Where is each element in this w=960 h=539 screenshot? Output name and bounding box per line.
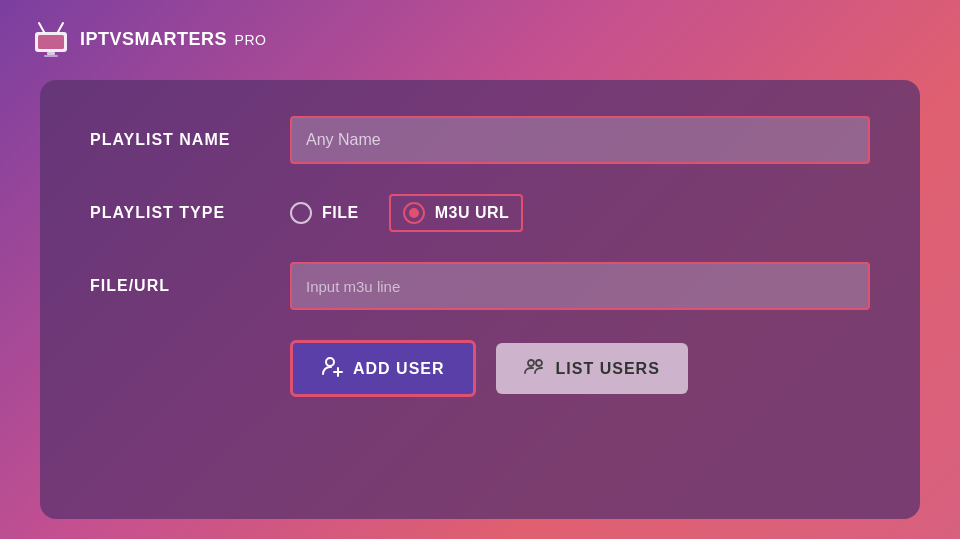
form-card: PLAYLIST NAME PLAYLIST TYPE FILE M3U URL…	[40, 80, 920, 519]
add-user-button[interactable]: ADD USER	[290, 340, 476, 397]
svg-rect-4	[47, 52, 55, 55]
file-radio-option[interactable]: FILE	[290, 202, 359, 224]
list-users-icon	[524, 355, 546, 382]
svg-line-3	[58, 23, 63, 32]
file-url-label: FILE/URL	[90, 277, 290, 295]
add-user-icon	[321, 355, 343, 382]
add-user-label: ADD USER	[353, 360, 445, 378]
m3u-radio-circle	[403, 202, 425, 224]
file-url-row: FILE/URL	[90, 262, 870, 310]
iptv-logo-icon	[30, 18, 72, 60]
file-radio-circle	[290, 202, 312, 224]
svg-point-6	[326, 358, 334, 366]
m3u-radio-inner	[409, 208, 419, 218]
svg-line-2	[39, 23, 44, 32]
svg-point-10	[536, 360, 542, 366]
list-users-button[interactable]: LIST USERS	[496, 343, 688, 394]
m3u-url-radio-option[interactable]: M3U URL	[389, 194, 524, 232]
playlist-name-input[interactable]	[290, 116, 870, 164]
header: IPTVSMARTERS PRO	[0, 0, 296, 70]
svg-rect-5	[44, 55, 58, 57]
buttons-row: ADD USER LIST USERS	[90, 340, 870, 397]
svg-rect-1	[38, 35, 64, 49]
logo-text: IPTVSMARTERS PRO	[80, 29, 266, 50]
file-url-input[interactable]	[290, 262, 870, 310]
m3u-url-radio-label: M3U URL	[435, 204, 510, 222]
playlist-type-row: PLAYLIST TYPE FILE M3U URL	[90, 194, 870, 232]
playlist-name-row: PLAYLIST NAME	[90, 116, 870, 164]
svg-point-9	[528, 360, 534, 366]
file-radio-label: FILE	[322, 204, 359, 222]
playlist-name-label: PLAYLIST NAME	[90, 131, 290, 149]
logo: IPTVSMARTERS PRO	[30, 18, 266, 60]
list-users-label: LIST USERS	[556, 360, 660, 378]
playlist-type-options: FILE M3U URL	[290, 194, 523, 232]
playlist-type-label: PLAYLIST TYPE	[90, 204, 290, 222]
